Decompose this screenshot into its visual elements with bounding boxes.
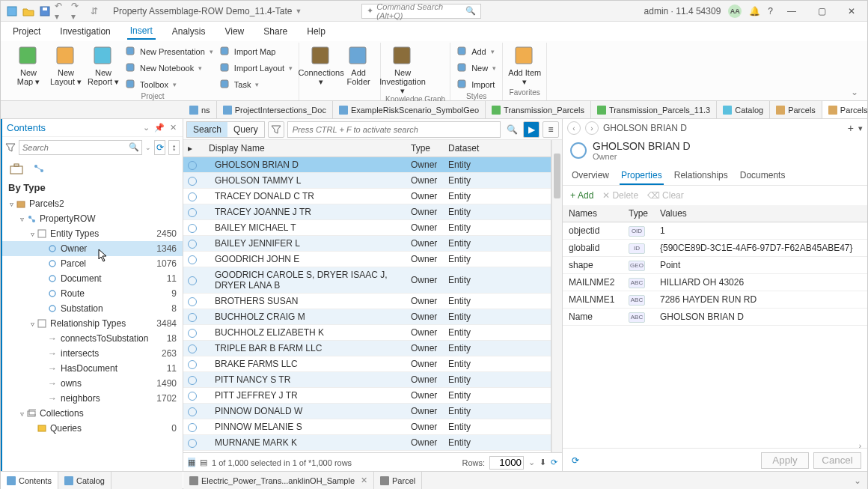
load-more-icon[interactable]: ⬇: [540, 458, 546, 467]
grid-row[interactable]: BUCHHOLZ CRAIG MOwnerEntity: [183, 309, 551, 325]
nav-forward-button[interactable]: ›: [585, 121, 599, 135]
grid-row[interactable]: PITT NANCY S TROwnerEntity: [183, 372, 551, 388]
query-mode-button[interactable]: Query: [227, 122, 264, 137]
close-tab-icon[interactable]: ✕: [361, 476, 367, 485]
grid-row[interactable]: PINNOW MELANIE SOwnerEntity: [183, 419, 551, 435]
refresh-properties-icon[interactable]: ⟳: [572, 455, 579, 466]
add-panel-button[interactable]: +: [848, 122, 854, 134]
grid-row[interactable]: TRIPLE BAR B FARM LLCOwnerEntity: [183, 341, 551, 356]
grid-row[interactable]: MURNANE MARK KOwnerEntity: [183, 435, 551, 451]
new-notebook-button[interactable]: New Notebook▾: [123, 61, 215, 76]
panel-close-icon[interactable]: ✕: [168, 123, 178, 133]
filter-button[interactable]: [268, 121, 284, 138]
search-icon[interactable]: 🔍: [129, 142, 139, 152]
import-layout-button[interactable]: Import Layout▾: [218, 61, 294, 76]
column-type[interactable]: Type: [406, 140, 444, 157]
grid-row[interactable]: BRAKE FARMS LLCOwnerEntity: [183, 356, 551, 372]
grid-row[interactable]: GHOLSON TAMMY LOwnerEntity: [183, 173, 551, 189]
import-map-button[interactable]: Import Map: [218, 44, 294, 59]
bottom-tab-electric-power-trans---anklinoh-sample[interactable]: Electric_Power_Trans...anklinOH_Sample✕: [183, 472, 374, 489]
grid-row[interactable]: BAILEY MICHAEL TOwnerEntity: [183, 220, 551, 236]
connections-button[interactable]: Connections ▾: [304, 44, 338, 86]
rows-input[interactable]: [489, 456, 524, 470]
tree-item-document[interactable]: Document11: [2, 271, 183, 286]
briefcase-icon[interactable]: [8, 161, 25, 176]
graph-view-icon[interactable]: [31, 161, 47, 176]
prop-column-type[interactable]: Type: [623, 205, 654, 222]
tree-item-queries[interactable]: Queries0: [2, 421, 183, 436]
property-row[interactable]: shapeGEOPoint: [563, 257, 867, 274]
open-project-icon[interactable]: [22, 4, 35, 18]
property-row[interactable]: NameABCGHOLSON BRIAN D: [563, 309, 867, 326]
tree-item-neighbors[interactable]: →neighbors1702: [2, 391, 183, 406]
undo-icon[interactable]: ↶ ▾: [55, 4, 68, 18]
expand-icon[interactable]: ▿: [28, 320, 37, 328]
doc-tab-transmission-parcels-11-3[interactable]: Transmission_Parcels_11.3: [591, 101, 717, 118]
tree-item-parcel[interactable]: Parcel1076: [2, 256, 183, 271]
tree-item-collections[interactable]: ▿Collections: [2, 406, 183, 421]
expand-icon[interactable]: ▿: [17, 215, 26, 223]
grid-row[interactable]: TRACEY DONALD C TROwnerEntity: [183, 189, 551, 204]
redo-icon[interactable]: ↷ ▾: [71, 4, 85, 18]
minimize-button[interactable]: —: [780, 4, 803, 19]
menu-share[interactable]: Share: [260, 24, 290, 39]
menu-insert[interactable]: Insert: [127, 23, 156, 40]
search-mode-button[interactable]: Search: [187, 122, 227, 137]
panel-menu-icon[interactable]: ⌄: [141, 123, 151, 133]
tree-item-substation[interactable]: Substation8: [2, 301, 183, 316]
properties-table[interactable]: NamesTypeValues objectidOID1globalidID{5…: [563, 205, 867, 442]
bottom-tab-parcel[interactable]: Parcel: [374, 472, 422, 489]
search-dropdown-icon[interactable]: ⌄: [145, 144, 151, 151]
grid-row[interactable]: PITT JEFFREY J TROwnerEntity: [183, 388, 551, 404]
menu-analysis[interactable]: Analysis: [169, 24, 209, 39]
scroll-right-icon[interactable]: ›: [859, 442, 861, 448]
property-row[interactable]: MAILNME1ABC7286 HAYDEN RUN RD: [563, 291, 867, 309]
row-expand-column[interactable]: ▸: [183, 140, 204, 157]
doc-tab-catalog[interactable]: Catalog: [717, 101, 770, 118]
expand-icon[interactable]: ▿: [17, 410, 26, 418]
panel-menu-button[interactable]: ▾: [858, 124, 863, 133]
rows-dropdown-icon[interactable]: ⌄: [528, 458, 535, 467]
new-investigation-button[interactable]: New Investigation ▾: [385, 44, 420, 95]
tree-item-entity-types[interactable]: ▿Entity Types2450: [2, 226, 183, 241]
filter-icon[interactable]: [5, 141, 16, 154]
grid-row[interactable]: GHOLSON BRIAN DOwnerEntity: [183, 157, 551, 173]
new-presentation-button[interactable]: New Presentation▾: [123, 44, 215, 59]
run-button[interactable]: ▶: [523, 121, 540, 138]
grid-row[interactable]: GOODRICH JOHN EOwnerEntity: [183, 252, 551, 267]
qat-customize-icon[interactable]: ⇵: [88, 4, 101, 18]
property-row[interactable]: MAILNME2ABCHILLIARD OH 43026: [563, 274, 867, 291]
nav-back-button[interactable]: ‹: [567, 121, 581, 135]
tree-item-route[interactable]: Route9: [2, 286, 183, 301]
expand-icon[interactable]: ▿: [28, 230, 37, 238]
tree-item-relationship-types[interactable]: ▿Relationship Types3484: [2, 316, 183, 331]
column-display-name[interactable]: Display Name: [204, 140, 406, 157]
sort-icon[interactable]: ↕: [168, 140, 180, 155]
import-button[interactable]: Import: [455, 77, 498, 92]
doc-tab-ns[interactable]: ns: [183, 101, 217, 118]
grid-row[interactable]: PINNOW DONALD WOwnerEntity: [183, 404, 551, 419]
menu-view[interactable]: View: [221, 24, 247, 39]
tree-item-propertyrow[interactable]: ▿PropertyROW: [2, 211, 183, 226]
tree-item-connectstosubstation[interactable]: →connectsToSubstation18: [2, 331, 183, 346]
grid-scrollbar[interactable]: [551, 140, 562, 452]
new-map-button[interactable]: New Map ▾: [11, 44, 46, 86]
doc-tab-exampleriskscenario-symbolgeo[interactable]: ExampleRiskScenario_SymbolGeo: [333, 101, 486, 118]
find-input[interactable]: [287, 121, 501, 138]
grid-row[interactable]: TRACEY JOANNE J TROwnerEntity: [183, 204, 551, 220]
close-button[interactable]: ✕: [840, 4, 863, 19]
grid-row[interactable]: BAILEY JENNIFER LOwnerEntity: [183, 236, 551, 252]
menu-investigation[interactable]: Investigation: [57, 24, 113, 39]
maximize-button[interactable]: ▢: [810, 4, 833, 19]
prop-column-values[interactable]: Values: [654, 205, 867, 222]
menu-help[interactable]: Help: [304, 24, 328, 39]
help-icon[interactable]: ?: [768, 6, 773, 16]
grid-row[interactable]: BUCHHOLZ ELIZABETH KOwnerEntity: [183, 325, 551, 341]
ribbon-collapse-button[interactable]: ⌄: [848, 84, 861, 100]
doc-tab-transmission-parcels[interactable]: Transmission_Parcels: [486, 101, 591, 118]
task-button[interactable]: Task▾: [218, 77, 294, 92]
find-search-icon[interactable]: 🔍: [504, 121, 520, 138]
bottom-tab-contents[interactable]: Contents: [1, 472, 58, 489]
doc-tab-parcels[interactable]: Parcels: [770, 101, 822, 118]
add-button[interactable]: Add▾: [455, 44, 498, 59]
